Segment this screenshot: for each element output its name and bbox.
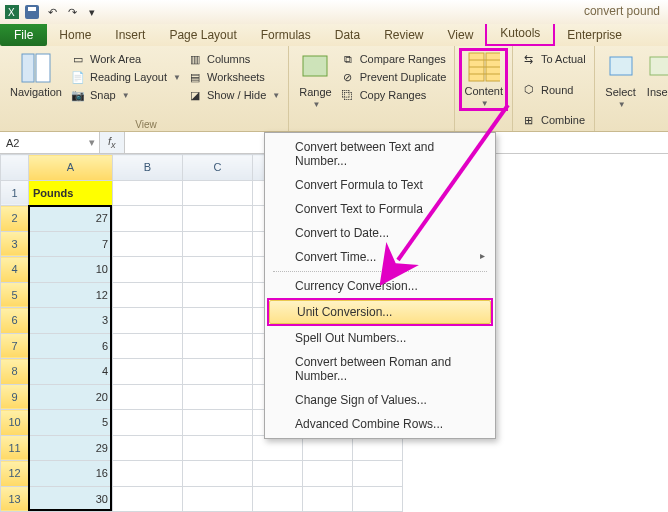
cell[interactable]: 29 [29, 435, 113, 461]
row-header[interactable]: 11 [1, 435, 29, 461]
row-header[interactable]: 4 [1, 257, 29, 283]
cell[interactable] [353, 486, 403, 512]
menu-change-sign[interactable]: Change Sign of Values... [267, 388, 493, 412]
round-button[interactable]: ⬡Round [521, 81, 586, 99]
namebox-dropdown-icon[interactable]: ▾ [85, 136, 99, 149]
menu-convert-text-number[interactable]: Convert between Text and Number... [267, 135, 493, 173]
show-hide-button[interactable]: ◪Show / Hide▼ [187, 86, 280, 104]
cell[interactable]: 16 [29, 461, 113, 487]
cell[interactable] [253, 486, 303, 512]
column-header[interactable]: C [183, 155, 253, 181]
menu-currency-conversion[interactable]: Currency Conversion... [267, 274, 493, 298]
cell[interactable] [183, 180, 253, 206]
cell[interactable]: 7 [29, 231, 113, 257]
menu-advanced-combine-rows[interactable]: Advanced Combine Rows... [267, 412, 493, 436]
cell[interactable] [113, 231, 183, 257]
undo-icon[interactable]: ↶ [44, 4, 60, 20]
cell[interactable] [113, 282, 183, 308]
row-header[interactable]: 2 [1, 206, 29, 232]
row-header[interactable]: 7 [1, 333, 29, 359]
cell[interactable]: Pounds [29, 180, 113, 206]
menu-convert-to-date[interactable]: Convert to Date... [267, 221, 493, 245]
cell[interactable] [113, 461, 183, 487]
row-header[interactable]: 1 [1, 180, 29, 206]
cell[interactable] [113, 206, 183, 232]
snap-button[interactable]: 📷Snap▼ [70, 86, 181, 104]
cell[interactable] [183, 359, 253, 385]
cell[interactable] [113, 359, 183, 385]
range-button[interactable]: Range ▼ [297, 50, 333, 129]
tab-enterprise[interactable]: Enterprise [555, 25, 634, 46]
cell[interactable] [183, 257, 253, 283]
row-header[interactable]: 8 [1, 359, 29, 385]
cell[interactable] [113, 333, 183, 359]
tab-review[interactable]: Review [372, 25, 435, 46]
cell[interactable]: 6 [29, 333, 113, 359]
cell[interactable] [353, 461, 403, 487]
to-actual-button[interactable]: ⇆To Actual [521, 50, 586, 68]
tab-data[interactable]: Data [323, 25, 372, 46]
cell[interactable] [113, 257, 183, 283]
redo-icon[interactable]: ↷ [64, 4, 80, 20]
row-header[interactable]: 13 [1, 486, 29, 512]
select-button[interactable]: Select ▼ [603, 50, 639, 129]
cell[interactable]: 10 [29, 257, 113, 283]
row-header[interactable]: 9 [1, 384, 29, 410]
cell[interactable] [183, 486, 253, 512]
menu-convert-text-formula[interactable]: Convert Text to Formula [267, 197, 493, 221]
cell[interactable] [113, 180, 183, 206]
cell[interactable]: 5 [29, 410, 113, 436]
cell[interactable] [183, 435, 253, 461]
cell[interactable] [113, 435, 183, 461]
row-header[interactable]: 12 [1, 461, 29, 487]
insert-button[interactable]: Insert [643, 50, 668, 129]
column-header[interactable]: A [29, 155, 113, 181]
column-header[interactable]: B [113, 155, 183, 181]
menu-spell-out-numbers[interactable]: Spell Out Numbers... [267, 326, 493, 350]
combine-button[interactable]: ⊞Combine [521, 111, 586, 129]
cell[interactable]: 20 [29, 384, 113, 410]
fx-icon[interactable]: fx [100, 135, 124, 150]
row-header[interactable]: 10 [1, 410, 29, 436]
cell[interactable]: 3 [29, 308, 113, 334]
cell[interactable] [113, 384, 183, 410]
qat-drop-icon[interactable]: ▾ [84, 4, 100, 20]
tab-view[interactable]: View [436, 25, 486, 46]
row-header[interactable]: 5 [1, 282, 29, 308]
cell[interactable] [183, 282, 253, 308]
menu-convert-formula-text[interactable]: Convert Formula to Text [267, 173, 493, 197]
worksheets-button[interactable]: ▤Worksheets [187, 68, 280, 86]
cell[interactable] [253, 461, 303, 487]
save-icon[interactable] [24, 4, 40, 20]
content-button[interactable]: Content ▼ [464, 51, 503, 108]
cell[interactable] [183, 384, 253, 410]
cell[interactable] [113, 410, 183, 436]
row-header[interactable]: 6 [1, 308, 29, 334]
cell[interactable]: 30 [29, 486, 113, 512]
navigation-button[interactable]: Navigation [8, 50, 64, 100]
menu-unit-conversion[interactable]: Unit Conversion... [269, 300, 491, 324]
cell[interactable] [183, 206, 253, 232]
tab-insert[interactable]: Insert [103, 25, 157, 46]
columns-button[interactable]: ▥Columns [187, 50, 280, 68]
work-area-button[interactable]: ▭Work Area [70, 50, 181, 68]
cell[interactable] [303, 486, 353, 512]
cell[interactable] [183, 231, 253, 257]
tab-formulas[interactable]: Formulas [249, 25, 323, 46]
cell[interactable] [183, 333, 253, 359]
cell[interactable] [183, 308, 253, 334]
cell[interactable] [183, 410, 253, 436]
cell[interactable]: 27 [29, 206, 113, 232]
menu-convert-time[interactable]: Convert Time... [267, 245, 493, 269]
tab-page-layout[interactable]: Page Layout [157, 25, 248, 46]
reading-layout-button[interactable]: 📄Reading Layout▼ [70, 68, 181, 86]
prevent-duplicate-button[interactable]: ⊘Prevent Duplicate [340, 68, 447, 86]
select-all-corner[interactable] [1, 155, 29, 181]
copy-ranges-button[interactable]: ⿻Copy Ranges [340, 86, 447, 104]
compare-ranges-button[interactable]: ⧉Compare Ranges [340, 50, 447, 68]
tab-kutools[interactable]: Kutools [488, 23, 552, 44]
cell[interactable]: 4 [29, 359, 113, 385]
row-header[interactable]: 3 [1, 231, 29, 257]
tab-file[interactable]: File [0, 24, 47, 46]
menu-convert-roman[interactable]: Convert between Roman and Number... [267, 350, 493, 388]
